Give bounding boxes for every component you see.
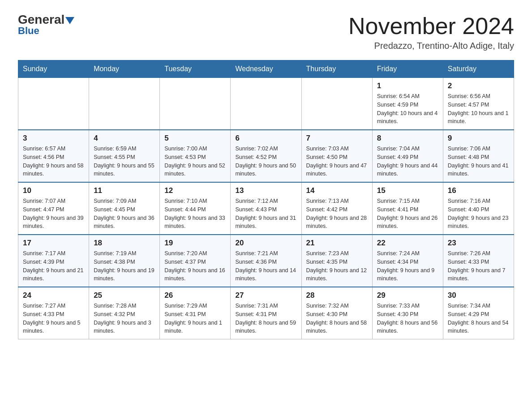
calendar-cell: 22Sunrise: 7:24 AM Sunset: 4:34 PM Dayli…	[372, 235, 443, 287]
day-number: 10	[23, 186, 84, 195]
logo-general-text: General	[18, 13, 74, 26]
day-number: 16	[448, 186, 509, 195]
day-info: Sunrise: 7:06 AM Sunset: 4:48 PM Dayligh…	[448, 145, 509, 178]
calendar-cell: 10Sunrise: 7:07 AM Sunset: 4:47 PM Dayli…	[18, 182, 89, 235]
day-number: 25	[94, 291, 155, 300]
day-number: 1	[377, 81, 438, 90]
day-number: 11	[94, 186, 155, 195]
calendar-cell: 8Sunrise: 7:04 AM Sunset: 4:49 PM Daylig…	[372, 130, 443, 182]
calendar-cell: 15Sunrise: 7:15 AM Sunset: 4:41 PM Dayli…	[372, 182, 443, 235]
calendar-cell: 4Sunrise: 6:59 AM Sunset: 4:55 PM Daylig…	[89, 130, 160, 182]
day-info: Sunrise: 7:19 AM Sunset: 4:38 PM Dayligh…	[94, 249, 155, 283]
location-subtitle: Predazzo, Trentino-Alto Adige, Italy	[348, 41, 514, 51]
week-row-4: 17Sunrise: 7:17 AM Sunset: 4:39 PM Dayli…	[18, 235, 514, 287]
day-info: Sunrise: 7:34 AM Sunset: 4:29 PM Dayligh…	[448, 302, 509, 335]
calendar-cell: 17Sunrise: 7:17 AM Sunset: 4:39 PM Dayli…	[18, 235, 89, 287]
day-number: 24	[23, 291, 84, 300]
day-info: Sunrise: 7:10 AM Sunset: 4:44 PM Dayligh…	[164, 197, 226, 231]
day-number: 4	[94, 134, 155, 143]
calendar-cell: 14Sunrise: 7:13 AM Sunset: 4:42 PM Dayli…	[301, 182, 372, 235]
day-number: 20	[235, 239, 296, 248]
day-info: Sunrise: 7:16 AM Sunset: 4:40 PM Dayligh…	[448, 197, 509, 231]
day-number: 28	[306, 291, 368, 300]
calendar-cell: 3Sunrise: 6:57 AM Sunset: 4:56 PM Daylig…	[18, 130, 89, 182]
calendar-cell	[89, 78, 160, 130]
weekday-header-tuesday: Tuesday	[160, 60, 231, 78]
calendar-cell: 19Sunrise: 7:20 AM Sunset: 4:37 PM Dayli…	[160, 235, 231, 287]
day-info: Sunrise: 7:31 AM Sunset: 4:31 PM Dayligh…	[235, 302, 296, 335]
weekday-header-thursday: Thursday	[301, 60, 372, 78]
day-info: Sunrise: 7:04 AM Sunset: 4:49 PM Dayligh…	[377, 145, 438, 178]
day-number: 23	[448, 239, 509, 248]
calendar-cell: 29Sunrise: 7:33 AM Sunset: 4:30 PM Dayli…	[372, 287, 443, 339]
calendar-cell: 24Sunrise: 7:27 AM Sunset: 4:33 PM Dayli…	[18, 287, 89, 339]
logo-triangle-icon	[65, 17, 74, 24]
weekday-header-sunday: Sunday	[18, 60, 89, 78]
day-info: Sunrise: 7:20 AM Sunset: 4:37 PM Dayligh…	[164, 249, 226, 283]
calendar-table: SundayMondayTuesdayWednesdayThursdayFrid…	[18, 60, 514, 339]
day-info: Sunrise: 6:54 AM Sunset: 4:59 PM Dayligh…	[377, 92, 438, 126]
day-number: 2	[448, 81, 509, 90]
day-info: Sunrise: 7:24 AM Sunset: 4:34 PM Dayligh…	[377, 249, 438, 283]
calendar-cell: 11Sunrise: 7:09 AM Sunset: 4:45 PM Dayli…	[89, 182, 160, 235]
day-number: 3	[23, 134, 84, 143]
day-number: 19	[164, 239, 226, 248]
calendar-cell: 27Sunrise: 7:31 AM Sunset: 4:31 PM Dayli…	[231, 287, 301, 339]
weekday-header-monday: Monday	[89, 60, 160, 78]
day-number: 6	[235, 134, 296, 143]
calendar-cell: 12Sunrise: 7:10 AM Sunset: 4:44 PM Dayli…	[160, 182, 231, 235]
day-number: 7	[306, 134, 368, 143]
day-info: Sunrise: 7:23 AM Sunset: 4:35 PM Dayligh…	[306, 249, 368, 283]
day-number: 27	[235, 291, 296, 300]
day-number: 21	[306, 239, 368, 248]
calendar-cell	[231, 78, 301, 130]
calendar-cell	[160, 78, 231, 130]
calendar-cell	[301, 78, 372, 130]
day-info: Sunrise: 6:59 AM Sunset: 4:55 PM Dayligh…	[94, 145, 155, 178]
page-header: General Blue November 2024 Predazzo, Tre…	[18, 13, 514, 51]
day-number: 9	[448, 134, 509, 143]
day-number: 29	[377, 291, 438, 300]
day-info: Sunrise: 7:21 AM Sunset: 4:36 PM Dayligh…	[235, 249, 296, 283]
weekday-header-saturday: Saturday	[443, 60, 514, 78]
week-row-1: 1Sunrise: 6:54 AM Sunset: 4:59 PM Daylig…	[18, 78, 514, 130]
month-title: November 2024	[348, 13, 514, 39]
calendar-cell	[18, 78, 89, 130]
week-row-3: 10Sunrise: 7:07 AM Sunset: 4:47 PM Dayli…	[18, 182, 514, 235]
calendar-cell: 30Sunrise: 7:34 AM Sunset: 4:29 PM Dayli…	[443, 287, 514, 339]
calendar-cell: 18Sunrise: 7:19 AM Sunset: 4:38 PM Dayli…	[89, 235, 160, 287]
calendar-cell: 16Sunrise: 7:16 AM Sunset: 4:40 PM Dayli…	[443, 182, 514, 235]
day-info: Sunrise: 7:00 AM Sunset: 4:53 PM Dayligh…	[164, 145, 226, 178]
day-info: Sunrise: 7:28 AM Sunset: 4:32 PM Dayligh…	[94, 302, 155, 335]
day-info: Sunrise: 7:09 AM Sunset: 4:45 PM Dayligh…	[94, 197, 155, 231]
weekday-header-friday: Friday	[372, 60, 443, 78]
day-info: Sunrise: 7:29 AM Sunset: 4:31 PM Dayligh…	[164, 302, 226, 335]
day-info: Sunrise: 7:02 AM Sunset: 4:52 PM Dayligh…	[235, 145, 296, 178]
calendar-cell: 6Sunrise: 7:02 AM Sunset: 4:52 PM Daylig…	[231, 130, 301, 182]
calendar-cell: 1Sunrise: 6:54 AM Sunset: 4:59 PM Daylig…	[372, 78, 443, 130]
calendar-cell: 20Sunrise: 7:21 AM Sunset: 4:36 PM Dayli…	[231, 235, 301, 287]
day-info: Sunrise: 7:26 AM Sunset: 4:33 PM Dayligh…	[448, 249, 509, 283]
day-number: 18	[94, 239, 155, 248]
week-row-2: 3Sunrise: 6:57 AM Sunset: 4:56 PM Daylig…	[18, 130, 514, 182]
day-number: 12	[164, 186, 226, 195]
day-info: Sunrise: 7:15 AM Sunset: 4:41 PM Dayligh…	[377, 197, 438, 231]
title-area: November 2024 Predazzo, Trentino-Alto Ad…	[348, 13, 514, 51]
day-info: Sunrise: 7:17 AM Sunset: 4:39 PM Dayligh…	[23, 249, 84, 283]
day-info: Sunrise: 7:32 AM Sunset: 4:30 PM Dayligh…	[306, 302, 368, 335]
day-info: Sunrise: 7:13 AM Sunset: 4:42 PM Dayligh…	[306, 197, 368, 231]
calendar-cell: 28Sunrise: 7:32 AM Sunset: 4:30 PM Dayli…	[301, 287, 372, 339]
calendar-cell: 13Sunrise: 7:12 AM Sunset: 4:43 PM Dayli…	[231, 182, 301, 235]
day-number: 22	[377, 239, 438, 248]
logo: General Blue	[18, 13, 74, 37]
day-number: 30	[448, 291, 509, 300]
day-number: 8	[377, 134, 438, 143]
weekday-header-row: SundayMondayTuesdayWednesdayThursdayFrid…	[18, 60, 514, 78]
calendar-cell: 5Sunrise: 7:00 AM Sunset: 4:53 PM Daylig…	[160, 130, 231, 182]
day-info: Sunrise: 7:27 AM Sunset: 4:33 PM Dayligh…	[23, 302, 84, 335]
week-row-5: 24Sunrise: 7:27 AM Sunset: 4:33 PM Dayli…	[18, 287, 514, 339]
calendar-cell: 25Sunrise: 7:28 AM Sunset: 4:32 PM Dayli…	[89, 287, 160, 339]
day-info: Sunrise: 7:12 AM Sunset: 4:43 PM Dayligh…	[235, 197, 296, 231]
weekday-header-wednesday: Wednesday	[231, 60, 301, 78]
calendar-cell: 26Sunrise: 7:29 AM Sunset: 4:31 PM Dayli…	[160, 287, 231, 339]
